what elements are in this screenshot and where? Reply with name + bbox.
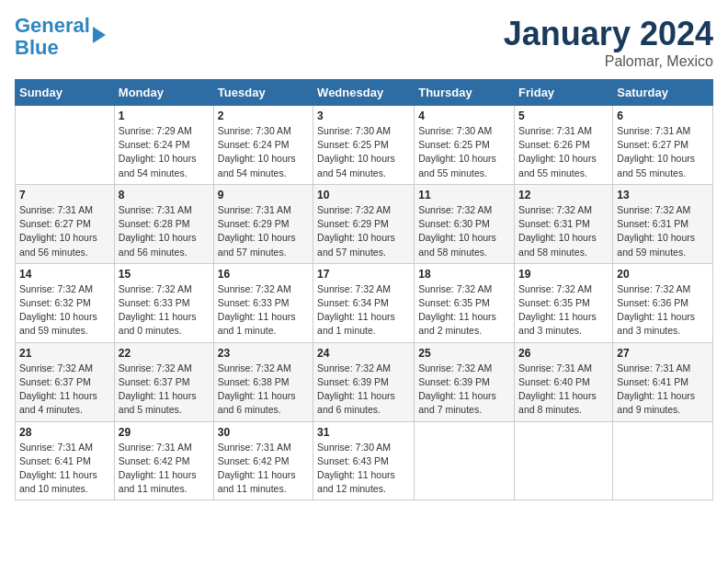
day-info: Sunrise: 7:32 AMSunset: 6:37 PMDaylight:… [119, 362, 210, 418]
week-row-4: 21Sunrise: 7:32 AMSunset: 6:37 PMDayligh… [16, 342, 713, 421]
day-cell: 17Sunrise: 7:32 AMSunset: 6:34 PMDayligh… [313, 263, 415, 342]
day-cell: 25Sunrise: 7:32 AMSunset: 6:39 PMDayligh… [415, 342, 515, 421]
header-monday: Monday [114, 80, 213, 106]
day-cell: 28Sunrise: 7:31 AMSunset: 6:41 PMDayligh… [16, 421, 115, 500]
header-wednesday: Wednesday [313, 80, 415, 106]
day-info: Sunrise: 7:31 AMSunset: 6:27 PMDaylight:… [617, 124, 709, 180]
week-row-3: 14Sunrise: 7:32 AMSunset: 6:32 PMDayligh… [16, 263, 713, 342]
day-number: 28 [19, 426, 110, 439]
day-info: Sunrise: 7:31 AMSunset: 6:40 PMDaylight:… [518, 362, 609, 418]
day-info: Sunrise: 7:29 AMSunset: 6:24 PMDaylight:… [119, 124, 210, 180]
header-sunday: Sunday [16, 80, 115, 106]
day-number: 24 [317, 347, 410, 360]
day-number: 18 [418, 268, 510, 281]
day-cell [16, 106, 115, 185]
logo-general: General [15, 14, 90, 37]
day-number: 26 [518, 347, 609, 360]
day-info: Sunrise: 7:32 AMSunset: 6:31 PMDaylight:… [617, 203, 709, 259]
day-info: Sunrise: 7:31 AMSunset: 6:26 PMDaylight:… [518, 124, 609, 180]
day-number: 13 [617, 189, 709, 201]
day-info: Sunrise: 7:32 AMSunset: 6:32 PMDaylight:… [19, 282, 110, 339]
day-cell: 1Sunrise: 7:29 AMSunset: 6:24 PMDaylight… [114, 106, 213, 185]
title-block: January 2024 Palomar, Mexico [504, 15, 713, 70]
day-number: 5 [518, 109, 609, 122]
day-cell: 18Sunrise: 7:32 AMSunset: 6:35 PMDayligh… [415, 263, 515, 342]
day-cell: 14Sunrise: 7:32 AMSunset: 6:32 PMDayligh… [16, 263, 115, 342]
day-number: 23 [218, 347, 309, 360]
day-number: 1 [119, 109, 210, 122]
day-info: Sunrise: 7:32 AMSunset: 6:33 PMDaylight:… [218, 282, 309, 339]
day-info: Sunrise: 7:32 AMSunset: 6:39 PMDaylight:… [317, 362, 410, 418]
day-info: Sunrise: 7:31 AMSunset: 6:41 PMDaylight:… [19, 441, 110, 497]
day-info: Sunrise: 7:32 AMSunset: 6:34 PMDaylight:… [317, 282, 410, 339]
day-cell: 15Sunrise: 7:32 AMSunset: 6:33 PMDayligh… [114, 263, 213, 342]
day-info: Sunrise: 7:32 AMSunset: 6:39 PMDaylight:… [418, 362, 510, 418]
logo-text: General Blue [15, 15, 90, 59]
day-info: Sunrise: 7:32 AMSunset: 6:31 PMDaylight:… [518, 203, 609, 259]
day-info: Sunrise: 7:32 AMSunset: 6:38 PMDaylight:… [218, 362, 309, 418]
day-number: 6 [617, 109, 709, 122]
day-cell: 12Sunrise: 7:32 AMSunset: 6:31 PMDayligh… [515, 184, 613, 263]
week-row-2: 7Sunrise: 7:31 AMSunset: 6:27 PMDaylight… [16, 184, 713, 263]
day-info: Sunrise: 7:32 AMSunset: 6:35 PMDaylight:… [418, 282, 510, 339]
day-cell: 20Sunrise: 7:32 AMSunset: 6:36 PMDayligh… [613, 263, 713, 342]
day-number: 7 [19, 189, 110, 201]
day-cell: 24Sunrise: 7:32 AMSunset: 6:39 PMDayligh… [313, 342, 415, 421]
day-cell: 11Sunrise: 7:32 AMSunset: 6:30 PMDayligh… [415, 184, 515, 263]
day-number: 4 [418, 109, 510, 122]
day-info: Sunrise: 7:30 AMSunset: 6:25 PMDaylight:… [418, 124, 510, 180]
day-info: Sunrise: 7:30 AMSunset: 6:25 PMDaylight:… [317, 124, 410, 180]
day-cell: 3Sunrise: 7:30 AMSunset: 6:25 PMDaylight… [313, 106, 415, 185]
day-number: 3 [317, 109, 410, 122]
day-cell: 31Sunrise: 7:30 AMSunset: 6:43 PMDayligh… [313, 421, 415, 500]
day-cell: 22Sunrise: 7:32 AMSunset: 6:37 PMDayligh… [114, 342, 213, 421]
day-cell: 6Sunrise: 7:31 AMSunset: 6:27 PMDaylight… [613, 106, 713, 185]
page-header: General Blue January 2024 Palomar, Mexic… [15, 15, 713, 70]
header-thursday: Thursday [415, 80, 515, 106]
day-number: 12 [518, 189, 609, 201]
day-info: Sunrise: 7:31 AMSunset: 6:42 PMDaylight:… [119, 441, 210, 497]
day-number: 30 [218, 426, 309, 439]
month-title: January 2024 [504, 15, 713, 53]
day-number: 25 [418, 347, 510, 360]
day-number: 31 [317, 426, 410, 439]
day-info: Sunrise: 7:31 AMSunset: 6:29 PMDaylight:… [218, 203, 309, 259]
day-cell: 21Sunrise: 7:32 AMSunset: 6:37 PMDayligh… [16, 342, 115, 421]
day-number: 8 [119, 189, 210, 201]
day-cell: 9Sunrise: 7:31 AMSunset: 6:29 PMDaylight… [213, 184, 313, 263]
day-cell: 7Sunrise: 7:31 AMSunset: 6:27 PMDaylight… [16, 184, 115, 263]
day-info: Sunrise: 7:32 AMSunset: 6:35 PMDaylight:… [518, 282, 609, 339]
header-saturday: Saturday [613, 80, 713, 106]
location-title: Palomar, Mexico [504, 53, 713, 70]
day-number: 15 [119, 268, 210, 281]
day-cell: 10Sunrise: 7:32 AMSunset: 6:29 PMDayligh… [313, 184, 415, 263]
day-number: 27 [617, 347, 709, 360]
day-cell: 26Sunrise: 7:31 AMSunset: 6:40 PMDayligh… [515, 342, 613, 421]
logo: General Blue [15, 15, 106, 59]
day-cell: 30Sunrise: 7:31 AMSunset: 6:42 PMDayligh… [213, 421, 313, 500]
day-cell: 19Sunrise: 7:32 AMSunset: 6:35 PMDayligh… [515, 263, 613, 342]
day-number: 16 [218, 268, 309, 281]
day-cell: 4Sunrise: 7:30 AMSunset: 6:25 PMDaylight… [415, 106, 515, 185]
week-row-5: 28Sunrise: 7:31 AMSunset: 6:41 PMDayligh… [16, 421, 713, 500]
day-cell: 23Sunrise: 7:32 AMSunset: 6:38 PMDayligh… [213, 342, 313, 421]
day-cell: 29Sunrise: 7:31 AMSunset: 6:42 PMDayligh… [114, 421, 213, 500]
day-cell: 2Sunrise: 7:30 AMSunset: 6:24 PMDaylight… [213, 106, 313, 185]
day-number: 19 [518, 268, 609, 281]
day-cell: 13Sunrise: 7:32 AMSunset: 6:31 PMDayligh… [613, 184, 713, 263]
day-cell: 16Sunrise: 7:32 AMSunset: 6:33 PMDayligh… [213, 263, 313, 342]
day-info: Sunrise: 7:32 AMSunset: 6:36 PMDaylight:… [617, 282, 709, 339]
day-info: Sunrise: 7:32 AMSunset: 6:33 PMDaylight:… [119, 282, 210, 339]
day-number: 11 [418, 189, 510, 201]
day-info: Sunrise: 7:31 AMSunset: 6:42 PMDaylight:… [218, 441, 309, 497]
day-info: Sunrise: 7:32 AMSunset: 6:29 PMDaylight:… [317, 203, 410, 259]
header-tuesday: Tuesday [213, 80, 313, 106]
day-cell: 27Sunrise: 7:31 AMSunset: 6:41 PMDayligh… [613, 342, 713, 421]
header-friday: Friday [515, 80, 613, 106]
day-cell [613, 421, 713, 500]
calendar-table: SundayMondayTuesdayWednesdayThursdayFrid… [15, 79, 713, 500]
day-info: Sunrise: 7:31 AMSunset: 6:41 PMDaylight:… [617, 362, 709, 418]
day-info: Sunrise: 7:32 AMSunset: 6:30 PMDaylight:… [418, 203, 510, 259]
week-row-1: 1Sunrise: 7:29 AMSunset: 6:24 PMDaylight… [16, 106, 713, 185]
day-cell [415, 421, 515, 500]
